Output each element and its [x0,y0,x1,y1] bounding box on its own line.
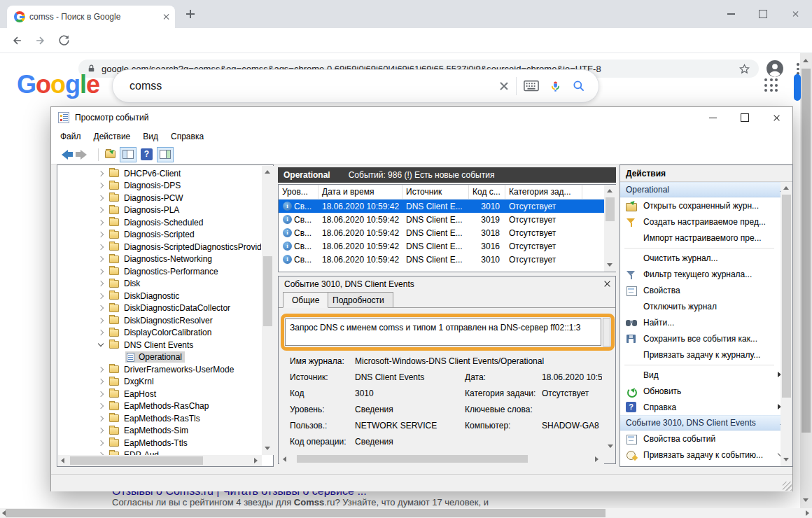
scroll-right-icon[interactable] [595,456,598,462]
scroll-up-icon[interactable] [803,59,808,62]
nav-forward-icon[interactable] [80,150,92,160]
resize-grip[interactable] [783,482,792,491]
action-group-header[interactable]: Событие 3010, DNS Client Events [620,415,792,430]
action-item[interactable]: Очистить журнал... [620,250,792,266]
ev-minimize-button[interactable] [697,107,729,128]
search-box[interactable]: comss [112,69,599,103]
tab-general[interactable]: Общие [283,292,328,308]
tab-close-icon[interactable] [162,13,169,20]
browser-minimize-button[interactable] [720,7,741,21]
tree-item[interactable]: Operational [58,351,261,364]
browser-tab[interactable]: comss - Поиск в Google [7,6,175,28]
event-row[interactable]: Св...18.06.2020 10:59:42DNS Client E...3… [279,200,615,213]
google-logo[interactable]: Google [17,70,99,99]
action-item[interactable]: Создать настраиваемое пред... [620,214,792,230]
scroll-left-icon[interactable] [61,458,64,463]
chevron-right-icon[interactable] [98,440,104,446]
search-icon[interactable] [572,79,586,93]
event-list-scrollbar-thumb[interactable] [606,197,615,221]
action-item[interactable]: Отключить журнал [620,298,792,314]
tree-item[interactable]: EapMethods-Sim [58,425,261,438]
chevron-right-icon[interactable] [98,207,104,213]
chevron-right-icon[interactable] [98,318,104,323]
voice-search-mic-icon[interactable] [549,80,562,93]
menu-item-1[interactable]: Действие [88,130,137,144]
scroll-left-icon[interactable] [2,510,6,516]
event-row[interactable]: Св...18.06.2020 10:59:42DNS Client E...3… [279,226,615,239]
tab-details[interactable]: Подробности [323,292,393,308]
tree-item[interactable]: Diagnostics-Networking [58,253,261,266]
tree-item[interactable]: DxgKrnl [58,376,261,388]
column-header[interactable]: Уров... [279,185,318,199]
tree-item[interactable]: DiskDiagnosticDataCollector [58,302,261,315]
chevron-right-icon[interactable] [98,391,104,397]
tree-item[interactable]: EapMethods-RasChap [58,400,261,413]
chevron-right-icon[interactable] [98,330,104,335]
google-apps-grid-icon[interactable] [764,78,778,92]
chevron-right-icon[interactable] [98,183,104,188]
scroll-right-icon[interactable] [806,510,809,516]
tree-item[interactable]: EapHost [58,388,261,400]
chevron-right-icon[interactable] [98,416,104,421]
browser-close-button[interactable] [785,7,806,21]
chevron-right-icon[interactable] [98,244,104,250]
chevron-right-icon[interactable] [98,428,104,433]
action-item[interactable]: Свойства событий [620,430,792,447]
tree-item[interactable]: DHCPv6-Client [58,167,261,180]
tree-item[interactable]: Diagnostics-Performance [58,265,261,278]
action-item[interactable]: Свойства [620,282,792,298]
tree-item[interactable]: EapMethods-Ttls [58,437,261,449]
menu-item-3[interactable]: Справка [164,130,210,144]
tree-item[interactable]: Diagnosis-Scripted [58,229,261,241]
chevron-right-icon[interactable] [98,256,104,262]
column-header[interactable]: Дата и время [318,185,402,199]
chevron-right-icon[interactable] [98,367,104,372]
column-header[interactable]: Категория зад... [505,185,582,199]
action-group-header[interactable]: Operational [620,182,792,197]
scroll-up-icon[interactable] [783,186,789,190]
tree-item[interactable]: Diagnosis-DPS [58,180,261,192]
tree-hscrollbar-thumb[interactable] [70,456,203,465]
tree-item[interactable]: DriverFrameworks-UserMode [58,363,261,376]
ev-maximize-button[interactable] [729,107,760,128]
tree-item[interactable]: EDP-Aud [58,449,261,456]
tree-item[interactable]: Diagnosis-Scheduled [58,216,261,229]
chevron-right-icon[interactable] [98,232,104,237]
action-item[interactable]: Открыть сохраненный журн... [620,197,792,214]
scroll-down-icon[interactable] [783,458,789,461]
profile-avatar[interactable] [766,59,784,78]
tree-item[interactable]: Diagnosis-PCW [58,192,261,204]
scroll-down-icon[interactable] [607,263,612,267]
detail-close-icon[interactable] [603,280,611,288]
open-saved-log-icon[interactable] [105,150,115,158]
show-action-pane-button[interactable] [157,147,174,162]
tree-item[interactable]: Diagnosis-PLA [58,204,261,217]
tree-item[interactable]: EapMethods-RasTls [58,412,261,425]
bookmark-star-icon[interactable] [738,63,750,75]
clear-search-icon[interactable] [499,81,509,91]
action-item[interactable]: Фильтр текущего журнала... [620,266,792,282]
page-hscrollbar-thumb[interactable] [6,509,606,517]
action-item[interactable]: Привязать задачу к событию... [620,447,792,463]
back-button[interactable] [10,34,24,48]
menu-item-0[interactable]: Файл [54,130,88,144]
chevron-right-icon[interactable] [98,379,104,384]
browser-menu-button[interactable] [797,63,799,75]
chevron-right-icon[interactable] [98,281,104,286]
search-input[interactable]: comss [130,80,499,92]
browser-maximize-button[interactable] [752,7,774,21]
actions-scrollbar-thumb[interactable] [782,195,791,398]
reload-button[interactable] [57,34,71,48]
message-scrollbar[interactable] [603,318,610,346]
scroll-down-icon[interactable] [608,444,613,448]
tree-item[interactable]: DNS Client Events [58,339,261,351]
event-row[interactable]: Св...18.06.2020 10:59:42DNS Client E...3… [279,239,615,253]
action-item[interactable]: Сохранить все события как... [620,330,792,346]
page-scroll-marker[interactable] [794,74,801,101]
tree-item[interactable]: Disk [58,278,261,290]
column-header[interactable]: Код с... [469,185,505,199]
action-item[interactable]: Привязать задачу к журналу... [620,346,792,363]
event-row[interactable]: Св...18.06.2020 10:59:42DNS Client E...3… [279,253,615,266]
action-item[interactable]: Обновить [620,383,792,399]
keyboard-icon[interactable] [524,80,539,92]
